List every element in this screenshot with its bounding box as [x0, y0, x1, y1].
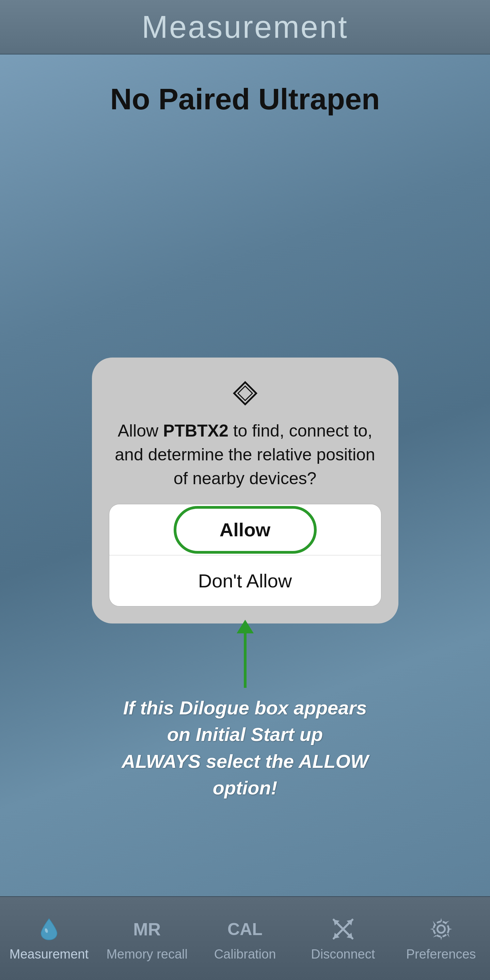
tab-preferences[interactable]: Preferences — [392, 897, 490, 980]
cal-icon: CAL — [231, 916, 258, 943]
page-title: No Paired Ultrapen — [21, 82, 469, 116]
measurement-icon — [35, 916, 63, 943]
tab-calibration-label: Calibration — [214, 947, 276, 962]
gear-icon — [428, 916, 454, 942]
dialog-box-inner: Allow PTBTX2 to find, connect to, and de… — [92, 358, 398, 624]
dont-allow-button[interactable]: Don't Allow — [109, 555, 381, 606]
annotation-text: If this Dilogue box appears on Initial S… — [92, 695, 398, 802]
bluetooth-dialog: Allow PTBTX2 to find, connect to, and de… — [92, 358, 398, 624]
annotation-arrow — [232, 620, 259, 688]
app-header: Measurement — [0, 0, 490, 54]
preferences-icon-container — [427, 916, 455, 943]
dialog-message: Allow PTBTX2 to find, connect to, and de… — [109, 419, 381, 490]
disconnect-arrows-icon — [330, 916, 356, 942]
tab-bar: Measurement MR Memory recall CAL Calibra… — [0, 896, 490, 980]
mr-icon: MR — [134, 916, 161, 943]
tab-disconnect[interactable]: Disconnect — [294, 897, 392, 980]
tab-memory-recall[interactable]: MR Memory recall — [98, 897, 196, 980]
tab-measurement-label: Measurement — [10, 947, 89, 962]
bluetooth-permission-icon — [230, 378, 261, 409]
svg-point-12 — [433, 922, 449, 937]
cal-text-icon: CAL — [228, 920, 262, 939]
water-drop-icon — [37, 917, 61, 941]
mr-text-icon: MR — [133, 919, 161, 939]
app-name-text: PTBTX2 — [163, 421, 229, 440]
tab-disconnect-label: Disconnect — [311, 947, 375, 962]
tab-calibration[interactable]: CAL Calibration — [196, 897, 294, 980]
disconnect-icon-container — [329, 916, 356, 943]
tab-preferences-label: Preferences — [406, 947, 476, 962]
tab-memory-recall-label: Memory recall — [106, 947, 188, 962]
annotation-container: If this Dilogue box appears on Initial S… — [92, 620, 398, 802]
svg-point-11 — [437, 926, 445, 933]
dialog-buttons-container: Allow Don't Allow — [109, 504, 381, 606]
allow-button[interactable]: Allow — [109, 504, 381, 555]
svg-marker-3 — [237, 620, 254, 633]
header-title: Measurement — [142, 9, 348, 45]
tab-measurement[interactable]: Measurement — [0, 897, 98, 980]
main-content: No Paired Ultrapen — [0, 54, 490, 151]
